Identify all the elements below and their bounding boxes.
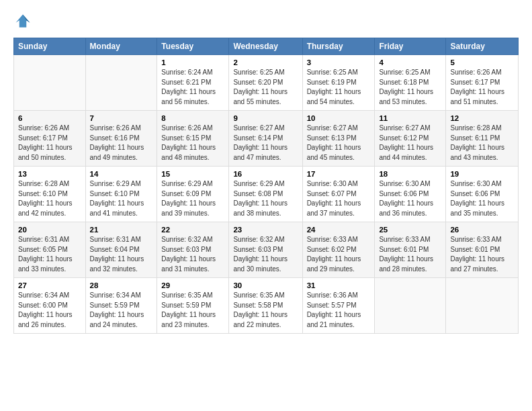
day-number: 4 [379, 58, 441, 66]
day-cell-16: 16Sunrise: 6:29 AM Sunset: 6:08 PM Dayli… [229, 167, 302, 222]
day-number: 10 [307, 114, 371, 122]
day-number: 1 [161, 58, 224, 66]
day-cell-21: 21Sunrise: 6:31 AM Sunset: 6:04 PM Dayli… [85, 222, 157, 278]
day-cell-19: 19Sunrise: 6:30 AM Sunset: 6:06 PM Dayli… [446, 167, 519, 222]
day-number: 9 [233, 114, 298, 122]
page: SundayMondayTuesdayWednesdayThursdayFrid… [0, 0, 532, 411]
day-cell-1: 1Sunrise: 6:24 AM Sunset: 6:21 PM Daylig… [157, 55, 229, 111]
day-detail: Sunrise: 6:35 AM Sunset: 5:59 PM Dayligh… [161, 291, 224, 330]
day-number: 3 [307, 58, 371, 66]
day-cell-4: 4Sunrise: 6:25 AM Sunset: 6:18 PM Daylig… [375, 55, 446, 111]
day-number: 7 [90, 114, 153, 122]
col-header-wednesday: Wednesday [229, 38, 302, 55]
day-detail: Sunrise: 6:27 AM Sunset: 6:13 PM Dayligh… [307, 124, 371, 163]
day-number: 25 [379, 226, 441, 234]
logo-icon [13, 12, 32, 31]
day-cell-6: 6Sunrise: 6:26 AM Sunset: 6:17 PM Daylig… [14, 111, 86, 167]
day-detail: Sunrise: 6:32 AM Sunset: 6:03 PM Dayligh… [233, 235, 298, 274]
day-detail: Sunrise: 6:32 AM Sunset: 6:03 PM Dayligh… [161, 235, 224, 274]
col-header-friday: Friday [375, 38, 446, 55]
day-cell-11: 11Sunrise: 6:27 AM Sunset: 6:12 PM Dayli… [375, 111, 446, 167]
col-header-sunday: Sunday [14, 38, 86, 55]
day-detail: Sunrise: 6:26 AM Sunset: 6:15 PM Dayligh… [161, 124, 224, 163]
day-cell-13: 13Sunrise: 6:28 AM Sunset: 6:10 PM Dayli… [14, 167, 86, 222]
day-number: 11 [379, 114, 441, 122]
day-detail: Sunrise: 6:25 AM Sunset: 6:18 PM Dayligh… [379, 68, 441, 107]
day-cell-25: 25Sunrise: 6:33 AM Sunset: 6:01 PM Dayli… [375, 222, 446, 278]
day-cell-20: 20Sunrise: 6:31 AM Sunset: 6:05 PM Dayli… [14, 222, 86, 278]
day-detail: Sunrise: 6:25 AM Sunset: 6:19 PM Dayligh… [307, 68, 371, 107]
day-cell-15: 15Sunrise: 6:29 AM Sunset: 6:09 PM Dayli… [157, 167, 229, 222]
day-cell-22: 22Sunrise: 6:32 AM Sunset: 6:03 PM Dayli… [157, 222, 229, 278]
day-number: 28 [90, 281, 153, 289]
week-row-2: 6Sunrise: 6:26 AM Sunset: 6:17 PM Daylig… [14, 111, 519, 167]
day-number: 13 [18, 170, 81, 178]
day-number: 19 [450, 170, 514, 178]
day-detail: Sunrise: 6:29 AM Sunset: 6:08 PM Dayligh… [233, 179, 298, 218]
day-number: 2 [233, 58, 298, 66]
day-detail: Sunrise: 6:25 AM Sunset: 6:20 PM Dayligh… [233, 68, 298, 107]
day-detail: Sunrise: 6:24 AM Sunset: 6:21 PM Dayligh… [161, 68, 224, 107]
day-number: 27 [18, 281, 81, 289]
day-number: 21 [90, 226, 153, 234]
day-detail: Sunrise: 6:33 AM Sunset: 6:01 PM Dayligh… [450, 235, 514, 274]
day-cell-27: 27Sunrise: 6:34 AM Sunset: 6:00 PM Dayli… [14, 278, 86, 334]
day-detail: Sunrise: 6:27 AM Sunset: 6:12 PM Dayligh… [379, 124, 441, 163]
day-number: 6 [18, 114, 81, 122]
day-number: 20 [18, 226, 81, 234]
day-number: 14 [90, 170, 153, 178]
day-cell-10: 10Sunrise: 6:27 AM Sunset: 6:13 PM Dayli… [302, 111, 375, 167]
col-header-thursday: Thursday [302, 38, 375, 55]
day-detail: Sunrise: 6:27 AM Sunset: 6:14 PM Dayligh… [233, 124, 298, 163]
day-number: 31 [307, 281, 371, 289]
day-number: 16 [233, 170, 298, 178]
day-number: 23 [233, 226, 298, 234]
week-row-1: 1Sunrise: 6:24 AM Sunset: 6:21 PM Daylig… [14, 55, 519, 111]
day-detail: Sunrise: 6:30 AM Sunset: 6:06 PM Dayligh… [450, 179, 514, 218]
day-detail: Sunrise: 6:33 AM Sunset: 6:02 PM Dayligh… [307, 235, 371, 274]
day-detail: Sunrise: 6:33 AM Sunset: 6:01 PM Dayligh… [379, 235, 441, 274]
day-detail: Sunrise: 6:28 AM Sunset: 6:10 PM Dayligh… [18, 179, 81, 218]
day-detail: Sunrise: 6:31 AM Sunset: 6:04 PM Dayligh… [90, 235, 153, 274]
logo [13, 12, 35, 31]
day-detail: Sunrise: 6:35 AM Sunset: 5:58 PM Dayligh… [233, 291, 298, 330]
empty-cell [85, 55, 157, 111]
header-row: SundayMondayTuesdayWednesdayThursdayFrid… [14, 38, 519, 55]
day-cell-14: 14Sunrise: 6:29 AM Sunset: 6:10 PM Dayli… [85, 167, 157, 222]
day-number: 22 [161, 226, 224, 234]
day-cell-12: 12Sunrise: 6:28 AM Sunset: 6:11 PM Dayli… [446, 111, 519, 167]
day-detail: Sunrise: 6:26 AM Sunset: 6:17 PM Dayligh… [450, 68, 514, 107]
day-detail: Sunrise: 6:26 AM Sunset: 6:16 PM Dayligh… [90, 124, 153, 163]
day-number: 17 [307, 170, 371, 178]
day-detail: Sunrise: 6:28 AM Sunset: 6:11 PM Dayligh… [450, 124, 514, 163]
day-detail: Sunrise: 6:29 AM Sunset: 6:09 PM Dayligh… [161, 179, 224, 218]
day-cell-9: 9Sunrise: 6:27 AM Sunset: 6:14 PM Daylig… [229, 111, 302, 167]
calendar-table: SundayMondayTuesdayWednesdayThursdayFrid… [13, 38, 519, 334]
day-cell-2: 2Sunrise: 6:25 AM Sunset: 6:20 PM Daylig… [229, 55, 302, 111]
week-row-4: 20Sunrise: 6:31 AM Sunset: 6:05 PM Dayli… [14, 222, 519, 278]
day-cell-7: 7Sunrise: 6:26 AM Sunset: 6:16 PM Daylig… [85, 111, 157, 167]
day-detail: Sunrise: 6:36 AM Sunset: 5:57 PM Dayligh… [307, 291, 371, 330]
day-cell-26: 26Sunrise: 6:33 AM Sunset: 6:01 PM Dayli… [446, 222, 519, 278]
day-cell-17: 17Sunrise: 6:30 AM Sunset: 6:07 PM Dayli… [302, 167, 375, 222]
day-detail: Sunrise: 6:34 AM Sunset: 5:59 PM Dayligh… [90, 291, 153, 330]
day-number: 5 [450, 58, 514, 66]
col-header-saturday: Saturday [446, 38, 519, 55]
week-row-5: 27Sunrise: 6:34 AM Sunset: 6:00 PM Dayli… [14, 278, 519, 334]
day-number: 18 [379, 170, 441, 178]
header [13, 12, 519, 31]
day-detail: Sunrise: 6:26 AM Sunset: 6:17 PM Dayligh… [18, 124, 81, 163]
day-cell-3: 3Sunrise: 6:25 AM Sunset: 6:19 PM Daylig… [302, 55, 375, 111]
day-detail: Sunrise: 6:30 AM Sunset: 6:06 PM Dayligh… [379, 179, 441, 218]
day-number: 24 [307, 226, 371, 234]
col-header-tuesday: Tuesday [157, 38, 229, 55]
day-detail: Sunrise: 6:31 AM Sunset: 6:05 PM Dayligh… [18, 235, 81, 274]
day-cell-24: 24Sunrise: 6:33 AM Sunset: 6:02 PM Dayli… [302, 222, 375, 278]
day-detail: Sunrise: 6:34 AM Sunset: 6:00 PM Dayligh… [18, 291, 81, 330]
day-number: 15 [161, 170, 224, 178]
week-row-3: 13Sunrise: 6:28 AM Sunset: 6:10 PM Dayli… [14, 167, 519, 222]
day-cell-30: 30Sunrise: 6:35 AM Sunset: 5:58 PM Dayli… [229, 278, 302, 334]
day-cell-28: 28Sunrise: 6:34 AM Sunset: 5:59 PM Dayli… [85, 278, 157, 334]
day-cell-8: 8Sunrise: 6:26 AM Sunset: 6:15 PM Daylig… [157, 111, 229, 167]
empty-cell [14, 55, 86, 111]
